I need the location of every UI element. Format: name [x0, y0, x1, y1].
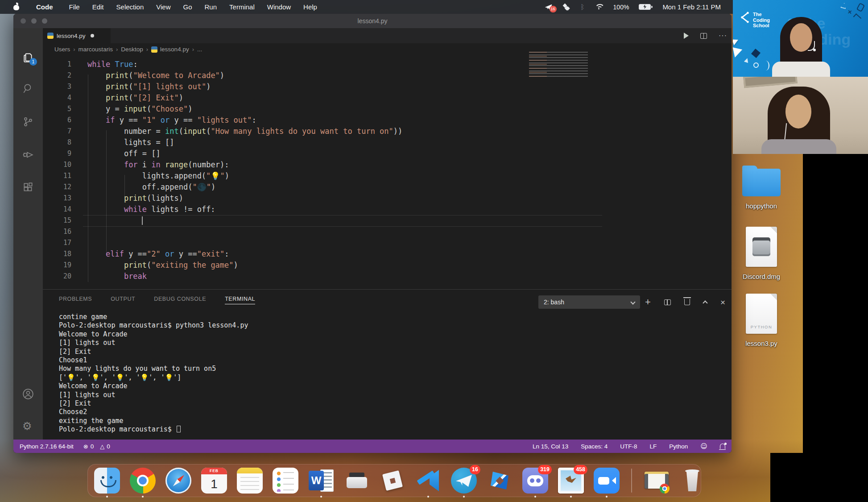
dock-trash[interactable] — [679, 468, 705, 494]
dock-roblox[interactable] — [380, 468, 405, 494]
dock-discord[interactable]: 319 — [522, 468, 548, 494]
code-line[interactable]: 5 y = input("Choose") — [43, 104, 732, 115]
code-line[interactable]: 19 print("exiting the game") — [43, 260, 732, 271]
menu-item-view[interactable]: View — [150, 3, 177, 11]
status-ln-15-col-13[interactable]: Ln 15, Col 13 — [533, 443, 568, 450]
search-icon[interactable] — [22, 83, 34, 94]
desktop-icon-lesson3-py[interactable]: PYTHONlesson3.py — [728, 294, 795, 347]
new-terminal-button[interactable]: + — [645, 298, 651, 307]
apple-menu-icon[interactable] — [13, 4, 20, 10]
desktop-icon-discord-dmg[interactable]: Discord.dmg — [728, 227, 795, 280]
python-interpreter[interactable]: Python 2.7.16 64-bit — [20, 443, 74, 450]
run-debug-icon[interactable] — [22, 149, 34, 161]
code-line[interactable]: 13 print(lights) — [43, 193, 732, 204]
breadcrumb[interactable]: Users›marcoustaris›Desktop›lesson4.py›..… — [43, 43, 732, 55]
status-python[interactable]: Python — [669, 443, 688, 450]
dock-rstudio[interactable] — [487, 468, 513, 494]
chrome-icon — [130, 468, 156, 494]
wifi-icon[interactable] — [595, 4, 603, 10]
code-line[interactable]: 2 print("Welcome to Arcade") — [43, 70, 732, 81]
dropbox-icon[interactable] — [563, 4, 571, 11]
code-line[interactable]: 6 if y == "1" or y == "lights out": — [43, 115, 732, 126]
menu-item-app[interactable]: Code — [30, 3, 59, 11]
menu-item-help[interactable]: Help — [297, 3, 323, 11]
menu-item-edit[interactable]: Edit — [86, 3, 110, 11]
menu-item-file[interactable]: File — [63, 3, 86, 11]
dock-printer[interactable] — [344, 468, 370, 494]
status-lf[interactable]: LF — [650, 443, 657, 450]
title-bar[interactable]: lesson4.py — [13, 14, 732, 28]
dock-minwin[interactable] — [644, 468, 670, 494]
line-number: 6 — [43, 115, 71, 126]
status-utf-8[interactable]: UTF-8 — [620, 443, 637, 450]
breadcrumb-item[interactable]: Users — [54, 46, 70, 53]
breadcrumb-item[interactable]: Desktop — [121, 46, 143, 53]
feedback-smiley-icon[interactable]: ☺ — [700, 442, 707, 450]
code-line[interactable]: 11 lights.append("💡") — [43, 170, 732, 182]
code-line[interactable]: 20 break — [43, 271, 732, 282]
extensions-icon[interactable] — [22, 182, 34, 194]
status-spaces-4[interactable]: Spaces: 4 — [581, 443, 608, 450]
dock-chrome[interactable] — [130, 468, 156, 494]
code-line[interactable]: 14 while lights != off: — [43, 204, 732, 215]
dock-mail[interactable]: 458 — [558, 468, 584, 494]
dock-vscode[interactable] — [415, 468, 441, 494]
terminal-shell-select[interactable]: 2: bash — [538, 295, 640, 309]
menu-item-selection[interactable]: Selection — [110, 3, 150, 11]
settings-gear-icon[interactable]: ⚙ — [22, 420, 34, 432]
code-line[interactable]: 12 off.append("🌑") — [43, 182, 732, 193]
dock-calendar[interactable]: FEB1 — [201, 468, 227, 494]
kill-terminal-button[interactable] — [684, 299, 690, 305]
problems-status[interactable]: ⊗ 0 △ 0 — [83, 443, 110, 450]
panel-tab-debug-console[interactable]: DEBUG CONSOLE — [154, 294, 206, 304]
run-file-button[interactable] — [684, 33, 689, 39]
code-line[interactable]: 8 lights = [] — [43, 137, 732, 148]
more-actions-button[interactable]: ··· — [719, 33, 727, 38]
maximize-panel-button[interactable] — [703, 300, 707, 305]
panel-tab-terminal[interactable]: TERMINAL — [225, 294, 255, 304]
breadcrumb-item[interactable]: lesson4.py — [151, 46, 189, 53]
menu-item-go[interactable]: Go — [177, 3, 198, 11]
dock-word[interactable]: W — [308, 468, 334, 494]
menu-item-terminal[interactable]: Terminal — [223, 3, 261, 11]
notifications-bell-icon[interactable] — [720, 444, 725, 449]
tab-lesson4[interactable]: lesson4.py — [43, 28, 111, 43]
terminal-output[interactable]: contine gamePolo-2:desktop marcoustaris$… — [59, 313, 248, 434]
split-editor-button[interactable] — [700, 33, 707, 39]
dock-zoom[interactable] — [594, 468, 620, 494]
code-line[interactable]: 15 — [43, 215, 732, 226]
code-line[interactable]: 18 elif y =="2" or y =="exit": — [43, 249, 732, 260]
unsaved-dot-icon[interactable] — [91, 34, 94, 37]
menu-clock[interactable]: Mon 1 Feb 2:11 PM — [662, 3, 721, 11]
dock-safari[interactable] — [165, 468, 191, 494]
bluetooth-icon[interactable]: ᛒ — [581, 3, 585, 11]
code-line[interactable]: 1while True: — [43, 59, 732, 70]
panel-tab-problems[interactable]: PROBLEMS — [59, 294, 92, 304]
code-line[interactable]: 9 off = [] — [43, 148, 732, 159]
source-control-icon[interactable] — [22, 116, 34, 128]
account-icon[interactable] — [22, 388, 34, 400]
dock-reminders[interactable] — [273, 468, 298, 494]
dock-telegram[interactable]: 16 — [451, 468, 477, 494]
panel-tab-output[interactable]: OUTPUT — [111, 294, 135, 304]
code-editor[interactable]: 1while True:2 print("Welcome to Arcade")… — [43, 59, 732, 282]
close-panel-button[interactable]: × — [720, 298, 725, 307]
telegram-menu-icon[interactable]: 16 — [545, 4, 553, 11]
code-line[interactable]: 16 — [43, 226, 732, 237]
desktop-icon-hoppython[interactable]: hoppython — [728, 165, 795, 210]
split-terminal-button[interactable] — [664, 299, 671, 305]
code-line[interactable]: 3 print("[1] lights out") — [43, 81, 732, 92]
menu-item-run[interactable]: Run — [198, 3, 223, 11]
code-line[interactable]: 7 number = int(input("How many lights do… — [43, 126, 732, 137]
breadcrumb-item[interactable]: marcoustaris — [79, 46, 113, 53]
code-line[interactable]: 4 print("[2] Exit") — [43, 92, 732, 104]
breadcrumb-item[interactable]: ... — [197, 46, 202, 53]
dock-finder[interactable] — [94, 468, 120, 494]
minimap[interactable] — [529, 52, 588, 78]
dock-notes[interactable] — [237, 468, 263, 494]
battery-icon[interactable] — [639, 4, 651, 10]
code-line[interactable]: 10 for i in range(number): — [43, 159, 732, 170]
explorer-icon[interactable]: 1 — [22, 52, 34, 63]
menu-item-window[interactable]: Window — [261, 3, 297, 11]
code-line[interactable]: 17 — [43, 237, 732, 249]
